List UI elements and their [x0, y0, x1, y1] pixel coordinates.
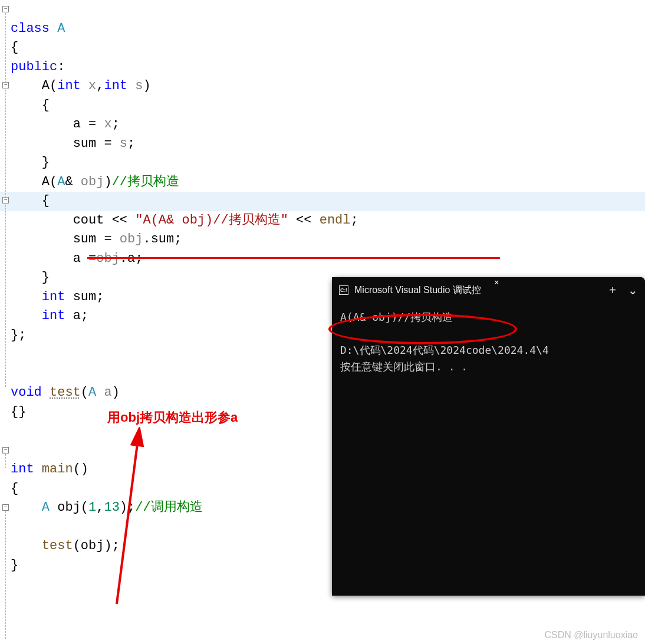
semi: ; — [81, 308, 88, 323]
red-ellipse — [328, 314, 517, 344]
lparen: ( — [81, 385, 88, 400]
terminal-tab[interactable]: C:\ Microsoft Visual Studio 调试控 — [332, 277, 488, 303]
fold-toggle[interactable]: − — [2, 197, 9, 203]
member-a: a — [73, 308, 81, 323]
fold-toggle[interactable]: − — [2, 6, 9, 12]
fold-toggle[interactable]: − — [2, 504, 9, 511]
num-1: 1 — [88, 500, 96, 515]
comma: , — [96, 78, 104, 93]
tab-close-button[interactable]: ✕ — [488, 277, 505, 303]
type-A: A — [57, 175, 65, 189]
kw-public: public — [11, 60, 57, 74]
sum: sum — [151, 232, 175, 247]
fold-toggle[interactable]: − — [2, 82, 9, 88]
obj: obj — [120, 232, 143, 247]
lparen: ( — [50, 175, 57, 189]
rparen: ) — [104, 175, 111, 189]
kw-int: int — [11, 462, 34, 477]
fold-gutter: − − − − − — [0, 0, 11, 644]
var-sum: sum — [73, 136, 97, 151]
rparen: ) — [112, 385, 120, 400]
lparen: ( — [73, 538, 81, 553]
comma: , — [96, 500, 104, 515]
terminal-tab-title: Microsoft Visual Studio 调试控 — [354, 284, 481, 297]
ins-op: << — [288, 213, 320, 228]
tab-dropdown-button[interactable]: ⌄ — [628, 283, 638, 297]
dot: . — [143, 232, 150, 247]
fold-line — [5, 511, 6, 639]
string-literal: "A(A& obj)//拷贝构造" — [135, 213, 288, 228]
param-s: s — [135, 78, 143, 93]
type-A: A — [42, 500, 50, 515]
rparen: ) — [143, 78, 150, 93]
tabbar-right: + ⌄ — [609, 277, 645, 303]
var-a: a — [73, 251, 81, 266]
kw-int: int — [42, 290, 65, 304]
terminal-icon: C:\ — [339, 285, 348, 295]
fold-toggle[interactable]: − — [2, 447, 9, 454]
brace: } — [11, 558, 18, 573]
eq: = — [96, 232, 120, 247]
kw-class: class — [11, 21, 50, 36]
braces: {} — [11, 405, 26, 419]
code-editor[interactable]: class A { public: A(int x,int s) { a = x… — [11, 0, 358, 575]
kw-int: int — [42, 308, 65, 323]
ins-op: << — [104, 213, 135, 228]
semi: ; — [174, 232, 182, 247]
semi: ; — [351, 213, 358, 228]
fold-line — [5, 454, 6, 468]
endl: endl — [320, 213, 351, 228]
lparen: ( — [81, 500, 88, 515]
annotation-text: 用obj拷贝构造出形参a — [107, 409, 238, 426]
terminal-tabbar: C:\ Microsoft Visual Studio 调试控 ✕ + ⌄ — [332, 277, 645, 303]
cout: cout — [73, 213, 104, 228]
eq: = — [96, 136, 120, 151]
brace: } — [42, 155, 50, 170]
brace: { — [11, 40, 18, 55]
parens: () — [73, 462, 88, 477]
red-underline — [87, 257, 500, 259]
lparen: ( — [50, 78, 57, 93]
param-x: x — [88, 78, 96, 93]
var-obj: obj — [57, 500, 81, 515]
var-sum: sum — [73, 232, 97, 247]
copy-ctor-A: A — [42, 175, 50, 189]
call-test: test — [42, 538, 73, 553]
func-test: test — [50, 385, 81, 400]
terminal-line: 按任意键关闭此窗口. . . — [340, 360, 468, 373]
arg-obj: obj — [81, 538, 104, 553]
kw-int: int — [57, 78, 81, 93]
eq: = — [81, 117, 104, 132]
var-s: s — [120, 136, 127, 151]
semi: ; — [112, 117, 120, 132]
brace: { — [42, 193, 50, 208]
comment: //拷贝构造 — [112, 175, 179, 189]
new-tab-button[interactable]: + — [609, 284, 616, 297]
param-obj: obj — [81, 175, 104, 189]
type-A: A — [88, 385, 96, 400]
brace: }; — [11, 328, 26, 343]
ctor-A: A — [42, 78, 50, 93]
amp: & — [65, 175, 80, 189]
param-a: a — [104, 385, 111, 400]
terminal-line: D:\代码\2024代码\2024code\2024.4\4 — [340, 344, 549, 356]
red-arrow — [106, 427, 165, 610]
watermark: CSDN @liuyunluoxiao — [544, 630, 638, 640]
var-x: x — [104, 117, 111, 132]
svg-line-0 — [117, 435, 139, 604]
brace: { — [11, 481, 18, 496]
semi: ; — [96, 290, 104, 304]
brace: { — [42, 98, 50, 113]
type-A: A — [57, 21, 65, 36]
func-main: main — [42, 462, 73, 477]
semi: ; — [127, 136, 135, 151]
kw-int: int — [104, 78, 127, 93]
colon: : — [57, 60, 65, 74]
var-a: a — [73, 117, 81, 132]
kw-void: void — [11, 385, 42, 400]
brace: } — [42, 270, 50, 285]
member-sum: sum — [73, 290, 97, 304]
